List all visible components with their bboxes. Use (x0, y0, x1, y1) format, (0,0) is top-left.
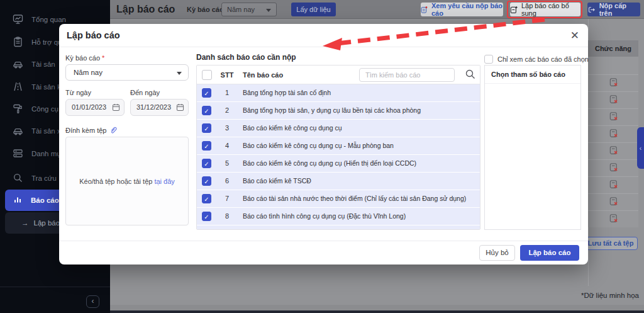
sidebar-collapse-button[interactable]: ‹ (86, 295, 99, 308)
document-alert-icon (421, 6, 428, 14)
filter-selected-checkbox-row[interactable]: Chỉ xem các báo cáo đã chọn (484, 55, 589, 64)
remove-file-icon[interactable] (609, 145, 618, 157)
report-period-label-text: Kỳ báo cáo (65, 54, 100, 62)
paperclip-icon[interactable] (109, 126, 118, 134)
remove-file-icon[interactable] (609, 111, 618, 123)
row-report-name: Bảng tổng hợp tài sản, y dụng cụ lâu bền… (243, 102, 421, 119)
save-all-files-button[interactable]: Lưu tất cả tệp (584, 237, 638, 250)
function-row (588, 108, 638, 125)
report-row[interactable]: ✓1Bảng tổng hợp tài sản cố định (197, 84, 480, 101)
to-date-field[interactable]: 31/12/2023 (130, 99, 189, 116)
footer-strip-dark (110, 310, 644, 313)
period-label: Kỳ báo cáo (187, 0, 224, 19)
row-checkbox[interactable]: ✓ (202, 212, 211, 221)
chevron-down-icon (266, 9, 271, 12)
function-column-header: Chức năng (588, 40, 638, 57)
report-row[interactable]: ✓5Báo cáo kiểm kê công cụ dụng cụ (Hiển … (197, 155, 480, 172)
row-stt: 1 (216, 84, 238, 101)
remove-file-icon[interactable] (609, 94, 618, 106)
filter-selected-label: Chỉ xem các báo cáo đã chọn (497, 55, 589, 63)
remove-file-icon[interactable] (609, 77, 618, 89)
roller-icon (13, 103, 23, 115)
row-stt: 9 (216, 225, 238, 230)
row-stt: 4 (216, 137, 238, 154)
function-row (588, 159, 638, 176)
sidebar-divider (0, 287, 110, 287)
report-row[interactable]: ✓4Báo cáo kiểm kê công cụ dụng cụ - Mẫu … (197, 137, 480, 154)
report-table: STT Tên báo cáo Tìm kiếm báo cáo ✓1Bảng … (196, 65, 480, 230)
car-icon (13, 59, 23, 71)
report-row[interactable]: ✓9 (197, 225, 480, 230)
create-report-button[interactable]: Lập báo cáo (520, 245, 579, 261)
to-date-value: 31/12/2023 (136, 103, 171, 111)
row-checkbox[interactable]: ✓ (202, 141, 211, 151)
bar-chart-icon (13, 195, 23, 206)
row-checkbox[interactable]: ✓ (202, 123, 211, 133)
remove-file-icon[interactable] (609, 128, 618, 140)
view-requests-button[interactable]: Xem yêu cầu nộp báo cáo (421, 3, 503, 16)
period-select[interactable]: Năm nay (221, 3, 277, 16)
road-icon (13, 81, 23, 93)
clipboard-icon (13, 37, 23, 48)
cancel-button[interactable]: Hủy bỏ (479, 245, 515, 261)
name-column-header: Tên báo cáo (243, 65, 283, 84)
filter-selected-checkbox[interactable] (484, 55, 493, 64)
file-dropzone[interactable]: Kéo/thả tệp hoặc tải tệp tại đây (65, 137, 189, 225)
side-panel-toggle[interactable]: ‹ (637, 127, 644, 169)
app-root: Tổng quanHỗ trợ quTài sảnTài sản HTCông … (0, 0, 644, 313)
row-stt: 8 (216, 208, 238, 225)
stt-column-header: STT (216, 65, 238, 84)
chart-monitor-icon (13, 14, 23, 26)
row-checkbox[interactable]: ✓ (202, 229, 211, 230)
demo-data-note: *Dữ liệu minh họa (581, 292, 639, 299)
remove-file-icon[interactable] (609, 196, 618, 208)
remove-file-icon[interactable] (609, 179, 618, 191)
modal-title: Lập báo cáo (67, 30, 120, 40)
submit-upward-button[interactable]: Nộp cấp trên (587, 3, 640, 16)
get-data-button[interactable]: Lấy dữ liệu (291, 3, 336, 16)
dropzone-upload-link[interactable]: tại đây (154, 178, 174, 185)
from-date-value: 01/01/2023 (72, 103, 106, 111)
select-all-checkbox[interactable] (202, 70, 212, 80)
remove-file-icon[interactable] (609, 213, 618, 225)
row-checkbox[interactable]: ✓ (202, 194, 211, 203)
to-date-label: Đến ngày (130, 89, 160, 96)
create-report-modal: Lập báo cáo ✕ Kỳ báo cáo * Năm nay Từ ng… (59, 24, 588, 265)
row-checkbox[interactable]: ✓ (202, 159, 211, 168)
report-list-title: Danh sách báo cáo cần nộp (196, 53, 296, 62)
report-period-label: Kỳ báo cáo * (65, 54, 104, 62)
row-stt: 2 (216, 102, 238, 119)
function-column-rows (588, 57, 638, 227)
close-icon[interactable]: ✕ (570, 29, 579, 42)
row-report-name: Báo cáo tài sản nhà nước theo thời điểm … (243, 190, 466, 207)
report-table-header: STT Tên báo cáo Tìm kiếm báo cáo (197, 65, 480, 84)
car-icon (13, 125, 23, 137)
report-period-select[interactable]: Năm nay (65, 64, 189, 81)
sidebar-item-label: Hỗ trợ qu (31, 38, 62, 46)
row-report-name: Bảng tổng hợp tài sản cố định (243, 84, 331, 101)
search-icon[interactable] (465, 69, 476, 80)
report-row[interactable]: ✓3Báo cáo kiểm kê công cụ dụng cụ (197, 120, 480, 137)
function-row (588, 210, 638, 227)
report-row[interactable]: ✓7Báo cáo tài sản nhà nước theo thời điể… (197, 190, 480, 207)
search-icon (13, 173, 23, 185)
period-select-value: Năm nay (227, 6, 255, 13)
report-row[interactable]: ✓6Báo cáo kiểm kê TSCĐ (197, 173, 480, 190)
report-search-input[interactable]: Tìm kiếm báo cáo (359, 68, 455, 82)
from-date-field[interactable]: 01/01/2023 (65, 99, 125, 116)
row-checkbox[interactable]: ✓ (202, 106, 211, 115)
attach-file-label: Đính kèm tệp (65, 126, 118, 134)
attach-file-label-text: Đính kèm tệp (65, 127, 106, 134)
calendar-icon (112, 103, 120, 111)
arrow-right-icon: → (21, 219, 29, 227)
sidebar-item-label: Tài sản (31, 60, 55, 68)
view-requests-label: Xem yêu cầu nộp báo cáo (431, 2, 503, 17)
remove-file-icon[interactable] (609, 162, 618, 174)
footer-strip (110, 305, 644, 310)
row-checkbox[interactable]: ✓ (202, 176, 211, 186)
row-report-name: Báo cáo kiểm kê công cụ dụng cụ (Hiển th… (243, 155, 416, 172)
report-row[interactable]: ✓8Báo cáo tình hình công cụ dụng cụ (Đặc… (197, 208, 480, 225)
function-filter-row (588, 57, 638, 74)
report-row[interactable]: ✓2Bảng tổng hợp tài sản, y dụng cụ lâu b… (197, 102, 480, 119)
row-checkbox[interactable]: ✓ (202, 88, 211, 98)
